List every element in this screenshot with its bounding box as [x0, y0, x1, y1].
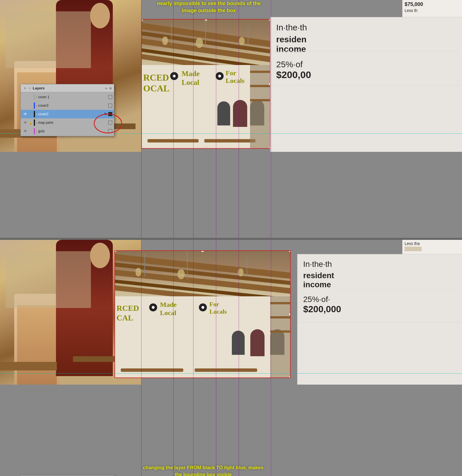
layer-color-cover2-top — [34, 111, 35, 117]
guide-v-b5 — [239, 240, 239, 476]
selection-handle-bc[interactable] — [205, 147, 207, 149]
layers-menu-top[interactable]: ≡ — [109, 86, 112, 91]
layer-row-map-top[interactable]: 👁 🔒 › map parts — [21, 118, 114, 127]
selection-handle-b-mr[interactable] — [289, 313, 291, 315]
top-half: RCEDOCAL MadeLocal — [0, 0, 462, 238]
selection-handle-b-tr[interactable] — [289, 250, 291, 252]
right-text-bold2: income — [276, 44, 456, 54]
right-text-bold1-b: resident — [303, 271, 456, 280]
layer-name-cover1-top: cover 1 — [38, 95, 108, 99]
top-right-panel: $75,000 Less th — [402, 0, 462, 17]
layer-square-guts-top — [108, 129, 112, 133]
layers-body-top: ● › cover 1 ● › cover3 — [21, 92, 114, 136]
cafe-image-top: RCEDOCAL MadeLocal — [141, 19, 270, 149]
right-text-price-b: $200,000 — [303, 304, 456, 314]
layer-row-cover1-top[interactable]: ● › cover 1 — [21, 93, 114, 101]
layer-expand-guts-top[interactable]: › — [36, 130, 37, 133]
layer-eye-guts-top[interactable]: 👁 — [22, 128, 28, 134]
layer-eye-map-top[interactable]: 👁 — [22, 120, 28, 125]
layer-lock-cover2-top — [28, 112, 33, 116]
guide-line-v3 — [193, 0, 193, 238]
canvas-area-bottom: RCEDCAL MadeLocal — [0, 240, 462, 476]
guide-line-v2 — [173, 0, 174, 238]
layers-title-top: Layers — [33, 86, 45, 90]
layer-lock-cover1-top — [28, 95, 33, 99]
layer-square-cover1-top — [108, 95, 112, 99]
top-annotation-text: nearly impossible to see the bounds of t… — [151, 0, 267, 14]
right-text-bold1: residen — [276, 35, 456, 44]
guide-v-b1 — [141, 240, 141, 476]
layer-color-cover3-top — [34, 102, 35, 109]
guide-line-v1 — [141, 0, 141, 238]
layer-expand-cover2-top[interactable]: › — [36, 113, 37, 116]
right-text-para-b: In·the·th — [303, 260, 456, 269]
guide-v-b3 — [193, 240, 193, 476]
selection-handle-b-tl[interactable] — [115, 250, 116, 252]
bottom-right-less: Less tha — [405, 241, 460, 246]
layer-lock-guts-top — [28, 129, 33, 133]
halves-separator — [0, 238, 462, 240]
top-right-less: Less th — [405, 8, 460, 13]
bottom-right-panel: Less tha — [402, 240, 462, 254]
selection-handle-b-tc[interactable] — [201, 250, 204, 252]
selection-handle-tc[interactable] — [205, 19, 207, 21]
right-text-para: In·the·th — [276, 23, 456, 32]
layer-name-cover2-top: cover2 — [38, 112, 103, 116]
layer-color-guts-top — [34, 128, 35, 134]
layer-color-map-top — [34, 119, 35, 126]
layer-name-guts-top: guts — [38, 129, 108, 133]
bottom-half: RCEDCAL MadeLocal — [0, 240, 462, 476]
guide-h-b1 — [0, 373, 462, 374]
layer-row-guts-top[interactable]: 👁 › guts — [21, 127, 114, 135]
canvas-area-top: RCEDOCAL MadeLocal — [0, 0, 462, 238]
layer-expand-cover3-top[interactable]: › — [36, 104, 37, 107]
selection-handle-b-br[interactable] — [289, 376, 291, 378]
right-text-price: $200,00 — [276, 69, 456, 80]
guide-line-v5 — [239, 0, 239, 238]
layer-eye-cover1-top[interactable]: ● — [22, 94, 28, 100]
layer-pen-cover2-top: ✎ — [103, 112, 108, 117]
guide-v-b2 — [173, 240, 174, 476]
layer-eye-cover2-top[interactable]: 👁 — [22, 111, 28, 117]
layer-square-map-top — [108, 121, 112, 125]
layer-square-cover3-top — [108, 104, 112, 108]
layer-name-cover3-top: cover3 — [38, 104, 108, 108]
right-text-panel-bottom: In·the·th resident income 25%·of· $200,0… — [297, 254, 462, 385]
right-text-percent-b: 25%·of· — [303, 295, 456, 304]
guide-v-inner1 — [271, 0, 271, 238]
cafe-inner-top: RCEDOCAL MadeLocal — [142, 20, 270, 148]
layer-eye-cover3-top[interactable]: ● — [22, 103, 28, 108]
layer-lock-cover3-top — [28, 103, 33, 108]
selection-handle-b-ml[interactable] — [115, 313, 116, 315]
layers-diamond-top: ◇ — [29, 87, 31, 90]
layer-expand-cover1-top[interactable]: › — [36, 96, 37, 99]
layers-panel-top: × ◇ Layers « ≡ ● › cover 1 — [20, 84, 114, 136]
bottom-annotation-text: changing the layer FROM black TO light b… — [139, 464, 267, 476]
guide-line-v4 — [216, 0, 216, 238]
selection-handle-b-bc[interactable] — [201, 376, 204, 378]
layer-lock-map-top[interactable]: 🔒 — [28, 120, 33, 125]
layers-close-top[interactable]: × — [23, 86, 27, 90]
layers-collapse-top[interactable]: « — [105, 86, 107, 90]
layer-color-cover1-top — [34, 94, 35, 100]
layer-expand-map-top[interactable]: › — [36, 121, 37, 124]
guide-v-b4 — [216, 240, 216, 476]
right-text-percent: 25%·of — [276, 60, 456, 69]
selection-handle-b-bl[interactable] — [115, 376, 116, 378]
layer-row-cover2-top[interactable]: 👁 › cover2 ✎ — [21, 110, 114, 118]
top-right-price: $75,000 — [405, 1, 460, 7]
layers-titlebar-top: × ◇ Layers « ≡ — [21, 84, 114, 92]
layer-row-cover3-top[interactable]: ● › cover3 — [21, 101, 114, 110]
cafe-image-bottom: RCEDCAL MadeLocal — [115, 250, 291, 378]
guide-v-b6 — [271, 240, 271, 476]
layer-square-cover2-top — [108, 112, 112, 116]
right-text-panel-top: In·the·th residen income 25%·of $200,00 — [270, 17, 462, 152]
layer-name-map-top: map parts — [38, 121, 108, 125]
